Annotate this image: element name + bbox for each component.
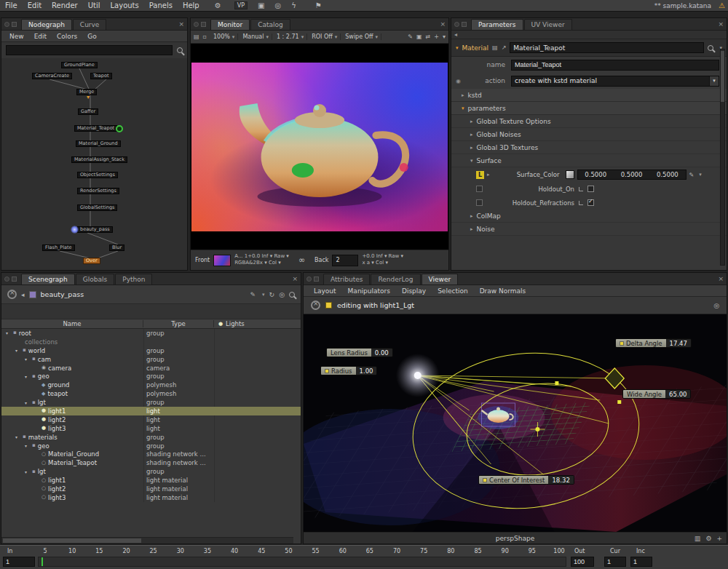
parameter-state-icon[interactable] xyxy=(476,199,483,206)
power-icon[interactable]: ◎ xyxy=(713,302,719,309)
vp-button[interactable]: VP xyxy=(234,1,248,9)
monitor-dropdown[interactable]: Manual▾ xyxy=(240,33,272,40)
stop-editing-icon[interactable] xyxy=(311,301,320,310)
expander-icon[interactable] xyxy=(25,374,30,379)
frame-tick[interactable]: 25 xyxy=(146,548,161,554)
viewer-viewport[interactable]: Lens Radius 0.00 Radius 1.00 Delta Angle… xyxy=(304,314,727,532)
tab[interactable]: Curve xyxy=(73,19,107,30)
scenegraph-row[interactable]: light1 light xyxy=(1,407,301,415)
search-icon[interactable] xyxy=(177,47,183,53)
hud-value[interactable]: 0.00 xyxy=(371,349,392,357)
options-caret-icon[interactable]: ▾ xyxy=(443,33,446,40)
power-icon[interactable]: ◎ xyxy=(274,1,281,9)
tab[interactable]: Nodegraph xyxy=(21,19,72,30)
tab[interactable]: Catalog xyxy=(250,19,290,30)
close-icon[interactable]: × xyxy=(178,20,184,28)
graph-node[interactable]: beauty_pass xyxy=(77,226,113,233)
scenegraph-row[interactable]: Material_Teapot shading network ... xyxy=(1,458,301,467)
viewer-menu-item[interactable]: Layout xyxy=(308,287,342,295)
compare-icon[interactable]: ⇄ xyxy=(426,33,431,40)
copy-icon[interactable]: ▣ xyxy=(416,33,422,40)
surface-group[interactable]: ▾ Surface xyxy=(451,154,727,167)
frame-tick[interactable]: 30 xyxy=(173,548,188,554)
monitor-dropdown[interactable]: ROI Off▾ xyxy=(309,33,341,40)
hud-value[interactable]: 65.00 xyxy=(665,390,690,398)
graph-node[interactable]: Material_Teapot xyxy=(74,125,117,132)
tab[interactable]: Attributes xyxy=(323,274,370,284)
menu-item[interactable]: Edit xyxy=(23,1,47,9)
menu-item[interactable]: Util xyxy=(83,1,106,9)
expander-icon[interactable] xyxy=(15,434,20,439)
hud-value[interactable]: 18.32 xyxy=(548,476,573,484)
close-icon[interactable]: × xyxy=(718,275,724,282)
tab[interactable]: Scenegraph xyxy=(21,274,75,284)
parameter-group[interactable]: ▸ Global Noises xyxy=(451,128,727,141)
front-thumbnail[interactable] xyxy=(213,255,231,266)
tab[interactable]: RenderLog xyxy=(371,274,420,284)
panel-menu-icon[interactable] xyxy=(4,22,9,27)
front-channel-controls[interactable]: RGBA&2Bx ▾ Col ▾ xyxy=(234,260,289,266)
teleport-icon[interactable]: ↗ xyxy=(502,44,507,51)
scenegraph-row[interactable]: root group xyxy=(1,329,301,338)
expander-icon[interactable] xyxy=(25,357,30,362)
graph-node[interactable]: RenderSettings xyxy=(77,188,119,194)
slider-icon[interactable]: ✎ xyxy=(689,172,695,178)
warning-icon[interactable]: ⚠ xyxy=(719,1,725,9)
refresh-icon[interactable]: ↻ xyxy=(269,291,275,298)
color-component[interactable]: 0.5000 xyxy=(585,171,606,178)
panel-menu-icon[interactable] xyxy=(454,22,459,27)
close-icon[interactable]: × xyxy=(440,20,446,28)
current-frame-input[interactable] xyxy=(604,557,626,567)
monitor-dropdown[interactable]: 1 : 2.71▾ xyxy=(274,33,307,40)
render-view[interactable] xyxy=(191,44,448,250)
action-dropdown[interactable]: create with kstd material ▾ xyxy=(511,76,719,87)
node-search-input[interactable] xyxy=(6,45,173,55)
color-component[interactable]: 0.5000 xyxy=(657,171,678,178)
monitor-dropdown[interactable]: 100%▾ xyxy=(210,33,238,40)
chevron-down-icon[interactable]: ▾ xyxy=(699,172,702,178)
lock-icon[interactable]: ▫ xyxy=(203,33,207,40)
graph-node[interactable]: Material_Ground xyxy=(76,140,121,147)
back-buffer-field[interactable]: 2 xyxy=(332,255,358,266)
scrollbar-thumb[interactable] xyxy=(721,51,724,102)
menu-item[interactable]: Panels xyxy=(144,1,178,9)
close-icon[interactable]: × xyxy=(718,20,724,28)
tab[interactable]: Globals xyxy=(76,274,114,284)
frame-tick[interactable]: 85 xyxy=(471,548,486,554)
panel-menu-icon[interactable] xyxy=(306,276,312,282)
panel-menu-icon[interactable] xyxy=(4,276,9,282)
graph-node[interactable]: Teapot xyxy=(90,73,112,79)
chevron-down-icon[interactable]: ▾ xyxy=(709,76,719,86)
close-icon[interactable]: × xyxy=(292,275,298,282)
scenegraph-row[interactable]: geo group xyxy=(1,442,301,450)
menu-item[interactable]: File xyxy=(0,1,23,9)
bolt-icon[interactable]: ϟ xyxy=(291,1,296,9)
delta-angle-hud[interactable]: Delta Angle 17.47 xyxy=(615,338,692,348)
frame-tick[interactable]: 80 xyxy=(443,548,458,554)
panel-float-icon[interactable] xyxy=(462,22,467,27)
graph-node[interactable]: MaterialAssign_Stack xyxy=(71,156,127,163)
expander-icon[interactable]: ▸ xyxy=(487,172,490,178)
tab[interactable]: Parameters xyxy=(471,19,523,30)
color-swatch[interactable] xyxy=(566,170,574,179)
parameter-group[interactable]: ▸ Global Texture Options xyxy=(451,115,727,128)
parameter-state-icon[interactable] xyxy=(476,186,483,192)
frame-tick[interactable]: 55 xyxy=(309,548,323,554)
frame-tick[interactable]: 100 xyxy=(552,548,566,554)
column-lights[interactable]: Lights xyxy=(214,320,301,327)
nodegraph-menu-item[interactable]: New xyxy=(4,33,29,40)
expander-icon[interactable] xyxy=(25,469,30,474)
grid-icon[interactable]: ▤ xyxy=(194,33,199,40)
viewer-menu-item[interactable]: Draw Normals xyxy=(474,287,532,295)
graph-node[interactable]: Gaffer xyxy=(78,108,98,115)
search-icon[interactable] xyxy=(708,45,713,51)
parameters-group[interactable]: ▾ parameters xyxy=(451,102,727,115)
local-badge[interactable]: L xyxy=(476,171,484,179)
back-exposure-controls[interactable]: +0.0 Inf ▾ Raw ▾ xyxy=(362,254,403,260)
expander-icon[interactable] xyxy=(15,348,20,353)
nodegraph-canvas[interactable]: ▾ GroundPlane CameraCreate Teapot Merge … xyxy=(1,58,187,271)
graph-node[interactable]: GroundPlane xyxy=(61,62,98,68)
timeline-scrubber[interactable] xyxy=(38,557,566,567)
expander-icon[interactable] xyxy=(25,400,30,405)
color-component[interactable]: 0.5000 xyxy=(621,171,643,178)
